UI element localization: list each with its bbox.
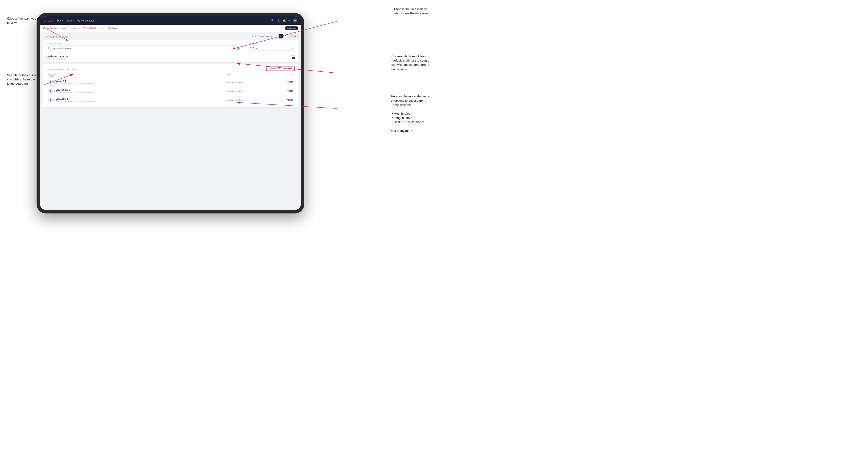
edit-icon[interactable]: ✏ bbox=[69, 36, 71, 38]
app-logo: clippd bbox=[44, 19, 53, 22]
sub-nav-hcaps[interactable]: Hcaps 1-5 bbox=[69, 26, 80, 30]
nav-icons: 🔍 👤 🔔 ⚙ U bbox=[271, 19, 297, 23]
col-header-tee: TEE bbox=[227, 73, 274, 77]
settings-icon[interactable]: ⚙ bbox=[288, 19, 290, 22]
table-row: 👤 ♥ 1 Josh Coles Royal North Devon Golf … bbox=[46, 78, 295, 86]
leaderboard-table: PLAYER NAME TEE SCORE 👤 ♥ 1 bbox=[46, 73, 295, 104]
nav-link-performance[interactable]: My Performance bbox=[77, 19, 94, 22]
annotation-top-left: Choose the team you wish to view. bbox=[7, 17, 45, 25]
heart-icon[interactable]: ♥ bbox=[54, 99, 55, 101]
leaderboard-title: Course Leaderboard, Last 3 months bbox=[46, 68, 78, 70]
show-dropdown-wrapper: Last 3 months bbox=[258, 35, 277, 38]
tablet-frame: clippd Home Teams My Performance 🔍 👤 🔔 ⚙… bbox=[36, 13, 304, 214]
tee-select-wrapper: All Tees bbox=[248, 45, 295, 51]
nav-links: Home Teams My Performance bbox=[57, 19, 268, 22]
grid-view-button[interactable]: ⊞ bbox=[279, 34, 283, 38]
col-header-player: PLAYER NAME bbox=[48, 73, 57, 77]
leaderboard-header: Course Leaderboard, Last 3 months Lowest… bbox=[46, 66, 295, 71]
player-info: Josh Coles Royal North Devon Golf Club, … bbox=[57, 80, 227, 85]
tee-label: Select Tee bbox=[248, 43, 295, 45]
star-icon[interactable]: ★ bbox=[241, 47, 243, 50]
rank-cell: 👤 ♥ 1 bbox=[48, 80, 57, 85]
show-dropdown[interactable]: Last 3 months bbox=[258, 35, 277, 38]
holes-number: 18 bbox=[290, 57, 295, 60]
player-details: Blair McHarg Royal North Devon Golf Club… bbox=[57, 89, 94, 93]
course-search-input[interactable] bbox=[52, 47, 236, 50]
annotation-top-right: Choose the timescale youwish to see the … bbox=[394, 7, 429, 15]
sub-nav-team-clippd[interactable]: Team Clippd bbox=[84, 26, 96, 30]
annotation-tees: Choose which set of tees(default is all)… bbox=[392, 54, 429, 71]
player-info: David Ford Royal North Devon Golf Club, … bbox=[57, 98, 227, 102]
table-row: 👤 ♥ 3 David Ford Royal North Devon Golf … bbox=[46, 96, 295, 104]
course-search-input-wrapper: 🔍 ✕ ★ bbox=[46, 45, 245, 51]
tee-info: White (M) (6,744 yds) bbox=[227, 90, 274, 92]
rank-cell: 👤 ♥ 3 bbox=[48, 97, 57, 102]
search-icon-small: 🔍 bbox=[48, 47, 51, 50]
nav-link-teams[interactable]: Teams bbox=[67, 19, 73, 22]
download-button[interactable]: ⬇ bbox=[293, 34, 298, 38]
player-info: Blair McHarg Royal North Devon Golf Club… bbox=[57, 89, 227, 93]
add-team-button[interactable]: Add Team bbox=[285, 26, 298, 30]
table-header: PLAYER NAME TEE SCORE bbox=[46, 73, 295, 77]
heart-icon[interactable]: ♥ bbox=[54, 81, 55, 83]
sub-nav: PGAT Players PGA Hcaps 1-5 Team Clippd T… bbox=[40, 25, 301, 32]
score: 73 (+1) bbox=[274, 99, 293, 101]
rank-number: 1 bbox=[56, 90, 57, 92]
course-search-group: Find a Golf Course 🔍 ✕ ★ bbox=[46, 43, 245, 51]
sub-nav-pga[interactable]: PGA bbox=[61, 26, 66, 30]
player-name: Blair McHarg bbox=[57, 89, 94, 91]
course-location: Westward Ho!, England bbox=[46, 58, 69, 60]
nav-link-home[interactable]: Home bbox=[57, 19, 63, 22]
tee-select[interactable]: All Tees bbox=[248, 46, 295, 51]
col-header-score: SCORE bbox=[274, 73, 293, 77]
sub-nav-all-players[interactable]: All Players bbox=[108, 26, 118, 30]
find-course-label: Find a Golf Course bbox=[46, 43, 245, 45]
player-club: Royal North Devon Golf Club, United King… bbox=[57, 82, 94, 85]
leaderboard-title-group: Course Leaderboard, Last 3 months bbox=[46, 67, 78, 71]
avatar[interactable]: U bbox=[293, 19, 297, 23]
rank-number: 3 bbox=[56, 99, 57, 101]
search-row: Find a Golf Course 🔍 ✕ ★ Select Tee Al bbox=[46, 43, 295, 51]
team-header: Team Clippd | 14 Players ✏ Show: Last 3 … bbox=[43, 34, 298, 38]
course-result: Royal North Devon GC Westward Ho!, Engla… bbox=[46, 53, 295, 60]
bell-icon[interactable]: 🔔 bbox=[283, 19, 286, 22]
score: 72 (E) bbox=[274, 90, 293, 92]
clear-button[interactable]: ✕ bbox=[237, 47, 240, 50]
team-title: Team Clippd | 14 Players bbox=[43, 35, 69, 38]
rank-cell: 👤 ♥ 1 bbox=[48, 88, 57, 94]
score-type-button[interactable]: Lowest Score (18 holes) ▼ bbox=[266, 66, 295, 71]
course-name: Royal North Devon GC bbox=[46, 55, 69, 58]
avatar: 👤 bbox=[48, 80, 53, 85]
score: 72 (E) bbox=[274, 81, 293, 83]
sub-nav-tour[interactable]: Tour bbox=[100, 26, 104, 30]
search-icon[interactable]: 🔍 bbox=[271, 19, 275, 22]
rank-number: 1 bbox=[56, 81, 57, 83]
tablet-screen: clippd Home Teams My Performance 🔍 👤 🔔 ⚙… bbox=[40, 16, 301, 210]
player-club: Royal North Devon Golf Club, United King… bbox=[57, 91, 94, 93]
heart-icon[interactable]: ♥ bbox=[54, 90, 55, 92]
tee-info: White (M) (6,744 yds) bbox=[227, 99, 274, 101]
table-row: 👤 ♥ 1 Blair McHarg Royal North Devon Gol… bbox=[46, 87, 295, 95]
course-info: Royal North Devon GC Westward Ho!, Engla… bbox=[46, 55, 69, 60]
annotation-middle-left: Search for the courseyou wish to base th… bbox=[7, 73, 36, 86]
player-name: Josh Coles bbox=[57, 80, 94, 82]
avatar: 👤 bbox=[48, 97, 53, 102]
person-icon[interactable]: 👤 bbox=[277, 19, 280, 22]
sub-nav-pgat[interactable]: PGAT Players bbox=[43, 26, 57, 30]
team-title-group: Team Clippd | 14 Players ✏ bbox=[43, 34, 71, 38]
avatar: 👤 bbox=[48, 88, 53, 94]
holes-label: Holes bbox=[290, 55, 295, 57]
list-view-button[interactable]: ☰ bbox=[283, 34, 288, 38]
player-details: David Ford Royal North Devon Golf Club, … bbox=[57, 98, 94, 102]
search-card: Find a Golf Course 🔍 ✕ ★ Select Tee Al bbox=[43, 40, 298, 62]
annotation-options: Here you have a wide rangeof options to … bbox=[391, 94, 429, 133]
trophy-view-button[interactable]: 🏆 bbox=[288, 34, 293, 38]
main-content: Team Clippd | 14 Players ✏ Show: Last 3 … bbox=[40, 32, 301, 112]
player-details: Josh Coles Royal North Devon Golf Club, … bbox=[57, 80, 94, 85]
player-name: David Ford bbox=[57, 98, 94, 100]
nav-bar: clippd Home Teams My Performance 🔍 👤 🔔 ⚙… bbox=[40, 16, 301, 25]
tee-select-group: Select Tee All Tees bbox=[248, 43, 295, 51]
view-icons: ⊞ ☰ 🏆 ⬇ bbox=[279, 34, 298, 38]
col-header-empty bbox=[57, 73, 227, 77]
chevron-down-icon: ▼ bbox=[290, 68, 292, 70]
